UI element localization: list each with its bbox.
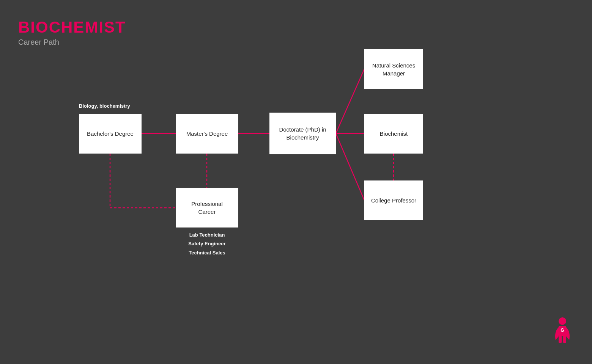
page-subtitle: Career Path <box>18 38 126 47</box>
page-title: BIOCHEMIST <box>18 18 126 36</box>
logo-icon: G <box>551 317 574 350</box>
node-professional-career: Professional Career <box>176 188 238 228</box>
diagram-lines <box>0 0 592 364</box>
sub-labels-container: Lab Technician Safety Engineer Technical… <box>176 231 238 257</box>
svg-rect-12 <box>563 336 566 343</box>
node-college-professor: College Professor <box>364 180 423 220</box>
node-natural-sciences: Natural Sciences Manager <box>364 49 423 89</box>
node-doctorate: Doctorate (PhD) in Biochemistry <box>269 113 336 154</box>
sub-label-safety-engineer: Safety Engineer <box>176 239 238 248</box>
svg-text:G: G <box>561 328 564 333</box>
svg-line-3 <box>336 69 364 133</box>
sub-label-lab-technician: Lab Technician <box>176 231 238 239</box>
node-bachelor: Bachelor's Degree <box>79 114 142 154</box>
node-masters: Master's Degree <box>176 114 238 154</box>
biology-label: Biology, biochemistry <box>79 103 130 109</box>
svg-point-9 <box>559 317 566 325</box>
header: BIOCHEMIST Career Path <box>18 18 126 47</box>
svg-line-4 <box>336 133 364 200</box>
svg-rect-11 <box>559 336 562 343</box>
sub-label-technical-sales: Technical Sales <box>176 248 238 257</box>
node-biochemist: Biochemist <box>364 114 423 154</box>
